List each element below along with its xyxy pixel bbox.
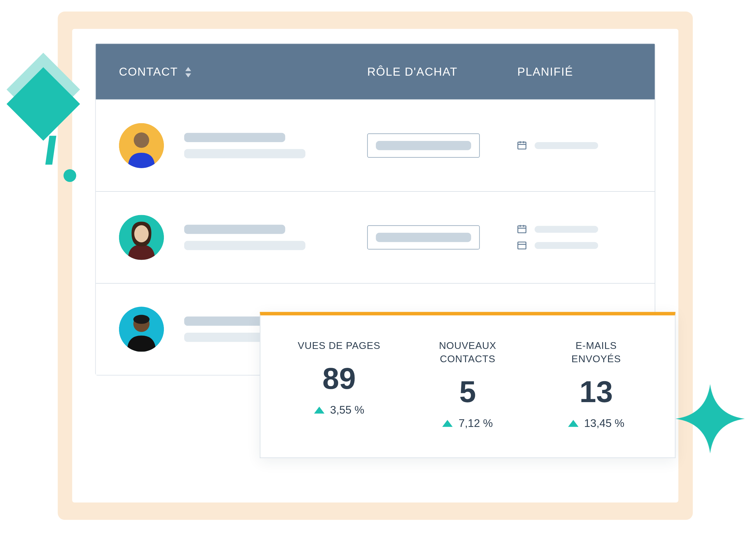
svg-rect-3 (518, 142, 526, 149)
stat-emails-sent: E-MAILS ENVOYÉS 13 13,45 % (535, 340, 658, 430)
role-select[interactable] (367, 133, 480, 158)
stat-change-value: 13,45 % (584, 417, 624, 430)
stat-label: VUES DE PAGES (298, 340, 380, 353)
window-icon (517, 241, 526, 250)
svg-point-17 (133, 315, 150, 324)
planned-item[interactable] (517, 225, 632, 234)
stats-card: VUES DE PAGES 89 3,55 % NOUVEAUX CONTACT… (260, 312, 676, 458)
sort-icon (184, 65, 193, 78)
planned-item[interactable] (517, 241, 632, 250)
calendar-icon (517, 141, 526, 150)
stat-value: 89 (322, 363, 356, 394)
placeholder-line (534, 226, 598, 233)
placeholder-line (534, 242, 598, 249)
trend-up-icon (443, 420, 453, 427)
contact-name-block (184, 133, 306, 158)
placeholder-line (184, 225, 285, 234)
table-header-row: CONTACT RÔLE D'ACHAT PLANIFIÉ (96, 44, 655, 99)
column-header-planned-label: PLANIFIÉ (517, 65, 573, 78)
column-header-contact[interactable]: CONTACT (119, 65, 367, 78)
stat-change: 3,55 % (314, 404, 364, 416)
column-header-role[interactable]: RÔLE D'ACHAT (367, 65, 517, 78)
stat-change: 13,45 % (568, 417, 624, 430)
avatar (119, 307, 164, 351)
trend-up-icon (568, 420, 578, 427)
trend-up-icon (314, 407, 324, 413)
decoration-sparkle (675, 384, 745, 454)
stat-change: 7,12 % (443, 417, 493, 430)
column-header-planned[interactable]: PLANIFIÉ (517, 65, 632, 78)
planned-item[interactable] (517, 141, 632, 150)
placeholder-line (184, 149, 306, 158)
svg-point-2 (134, 132, 149, 148)
calendar-icon (517, 225, 526, 234)
role-select[interactable] (367, 225, 480, 249)
stat-label: E-MAILS ENVOYÉS (571, 340, 621, 366)
stat-change-value: 3,55 % (330, 404, 364, 416)
avatar (119, 215, 164, 260)
decoration-exclaim-bar (45, 136, 56, 165)
svg-point-8 (134, 225, 149, 242)
svg-rect-13 (518, 242, 526, 249)
placeholder-line (534, 142, 598, 149)
placeholder-line (376, 233, 471, 242)
stat-new-contacts: NOUVEAUX CONTACTS 5 7,12 % (406, 340, 529, 430)
placeholder-line (184, 241, 306, 250)
table-row[interactable] (96, 99, 655, 191)
stat-value: 5 (459, 377, 476, 407)
svg-rect-9 (518, 226, 526, 233)
decoration-dot (64, 169, 76, 182)
placeholder-line (376, 141, 471, 150)
stat-page-views: VUES DE PAGES 89 3,55 % (278, 340, 400, 430)
stat-change-value: 7,12 % (459, 417, 493, 430)
contact-name-block (184, 225, 306, 250)
avatar (119, 123, 164, 168)
stat-value: 13 (580, 377, 613, 407)
placeholder-line (184, 133, 285, 142)
table-row[interactable] (96, 191, 655, 283)
column-header-role-label: RÔLE D'ACHAT (367, 65, 457, 78)
stat-label: NOUVEAUX CONTACTS (439, 340, 496, 366)
column-header-contact-label: CONTACT (119, 65, 178, 78)
